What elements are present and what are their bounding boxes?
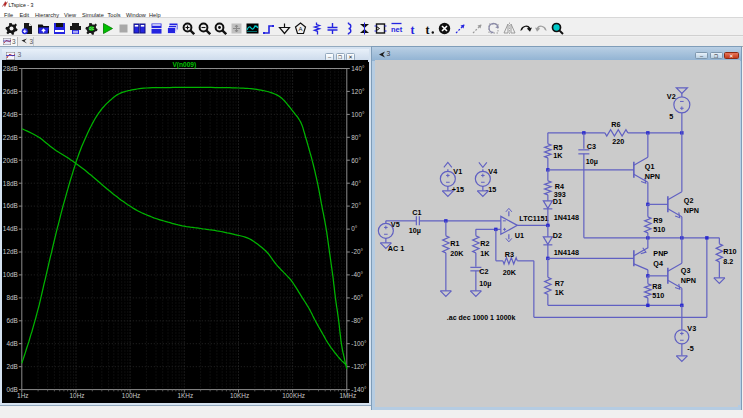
svg-text:-60°: -60°: [351, 294, 363, 301]
svg-text:V5: V5: [391, 220, 400, 229]
svg-text:1K: 1K: [553, 151, 563, 160]
svg-text:10µ: 10µ: [409, 226, 421, 235]
svg-text:16dB: 16dB: [3, 202, 18, 209]
svg-text:R6: R6: [611, 120, 620, 129]
svg-text:R1: R1: [450, 239, 459, 248]
svg-text:1N4148: 1N4148: [554, 248, 579, 257]
svg-text:-80°: -80°: [351, 317, 363, 324]
svg-text:20K: 20K: [450, 249, 464, 258]
svg-text:0°: 0°: [351, 225, 358, 232]
svg-text:510: 510: [652, 291, 664, 300]
svg-text:PNP: PNP: [653, 249, 668, 258]
svg-text:t: t: [411, 22, 415, 35]
svg-text:NPN: NPN: [645, 172, 660, 181]
svg-text:+15: +15: [452, 185, 464, 194]
svg-text:1K: 1K: [480, 249, 490, 258]
svg-text:-120°: -120°: [351, 363, 367, 370]
svg-text:20K: 20K: [503, 268, 517, 277]
svg-text:C1: C1: [412, 208, 421, 217]
svg-text:1N4148: 1N4148: [554, 213, 579, 222]
svg-text:LTC1151: LTC1151: [519, 214, 548, 223]
svg-text:14dB: 14dB: [3, 225, 18, 232]
svg-text:100KHz: 100KHz: [282, 392, 305, 399]
svg-text:R2: R2: [480, 239, 489, 248]
svg-text:1Hz: 1Hz: [17, 392, 28, 399]
svg-text:V(n009): V(n009): [172, 61, 196, 69]
svg-text:R10: R10: [723, 247, 736, 256]
svg-text:-5: -5: [687, 344, 693, 353]
svg-text:V3: V3: [687, 324, 696, 333]
svg-text:V1: V1: [453, 167, 462, 176]
svg-text:D2: D2: [553, 231, 562, 240]
svg-text:1MHz: 1MHz: [339, 392, 356, 399]
svg-text:140°: 140°: [351, 64, 365, 71]
svg-text:10dB: 10dB: [3, 271, 18, 278]
svg-text:10Hz: 10Hz: [70, 392, 85, 399]
svg-text:A: A: [298, 26, 302, 32]
svg-text:80°: 80°: [351, 133, 361, 140]
svg-text:NPN: NPN: [681, 276, 696, 285]
svg-text:Q1: Q1: [645, 162, 655, 171]
svg-text:26dB: 26dB: [3, 87, 18, 94]
svg-text:100°: 100°: [351, 110, 365, 117]
svg-text:28dB: 28dB: [3, 64, 18, 71]
svg-text:10µ: 10µ: [586, 157, 598, 166]
svg-text:t: t: [426, 22, 430, 35]
svg-text:D1: D1: [553, 197, 562, 206]
svg-text:AC 1: AC 1: [388, 244, 404, 253]
svg-text:20°: 20°: [351, 202, 361, 209]
svg-text:0dB: 0dB: [6, 385, 17, 392]
svg-text:8dB: 8dB: [6, 294, 17, 301]
svg-text:1K: 1K: [555, 288, 565, 297]
svg-text:U1: U1: [515, 231, 524, 240]
svg-text:12dB: 12dB: [3, 248, 18, 255]
svg-text:120°: 120°: [351, 87, 365, 94]
svg-text:R7: R7: [555, 279, 564, 288]
svg-text:10µ: 10µ: [479, 279, 491, 288]
svg-text:2dB: 2dB: [6, 363, 17, 370]
svg-text:R8: R8: [652, 282, 661, 291]
svg-text:R3: R3: [505, 250, 514, 259]
svg-text:-40°: -40°: [351, 271, 363, 278]
svg-text:1KHz: 1KHz: [177, 392, 193, 399]
svg-text:24dB: 24dB: [3, 110, 18, 117]
svg-text:10KHz: 10KHz: [230, 392, 249, 399]
svg-text:8.2: 8.2: [723, 257, 733, 266]
svg-text:-20°: -20°: [351, 248, 363, 255]
svg-text:510: 510: [653, 225, 665, 234]
svg-text:V2: V2: [667, 92, 676, 101]
svg-text:4dB: 4dB: [6, 340, 17, 347]
svg-text:.ac dec 1000 1 1000k: .ac dec 1000 1 1000k: [447, 314, 516, 321]
svg-text:net: net: [391, 25, 403, 34]
svg-text:40°: 40°: [351, 179, 361, 186]
svg-text:6dB: 6dB: [6, 317, 17, 324]
svg-text:220: 220: [612, 137, 624, 146]
svg-text:60°: 60°: [351, 156, 361, 163]
svg-text:oc: oc: [89, 25, 95, 31]
svg-text:-100°: -100°: [351, 340, 367, 347]
svg-text:Q3: Q3: [681, 266, 691, 275]
svg-text:5: 5: [669, 112, 673, 121]
svg-text:C2: C2: [479, 267, 488, 276]
svg-text:V4: V4: [488, 167, 497, 176]
svg-text:C3: C3: [587, 142, 596, 151]
svg-text:18dB: 18dB: [3, 179, 18, 186]
svg-text:Q2: Q2: [684, 196, 694, 205]
svg-text:22dB: 22dB: [3, 133, 18, 140]
svg-text:NPN: NPN: [684, 206, 699, 215]
svg-text:Q4: Q4: [653, 259, 663, 268]
svg-text:20dB: 20dB: [3, 156, 18, 163]
svg-text:100Hz: 100Hz: [122, 392, 140, 399]
